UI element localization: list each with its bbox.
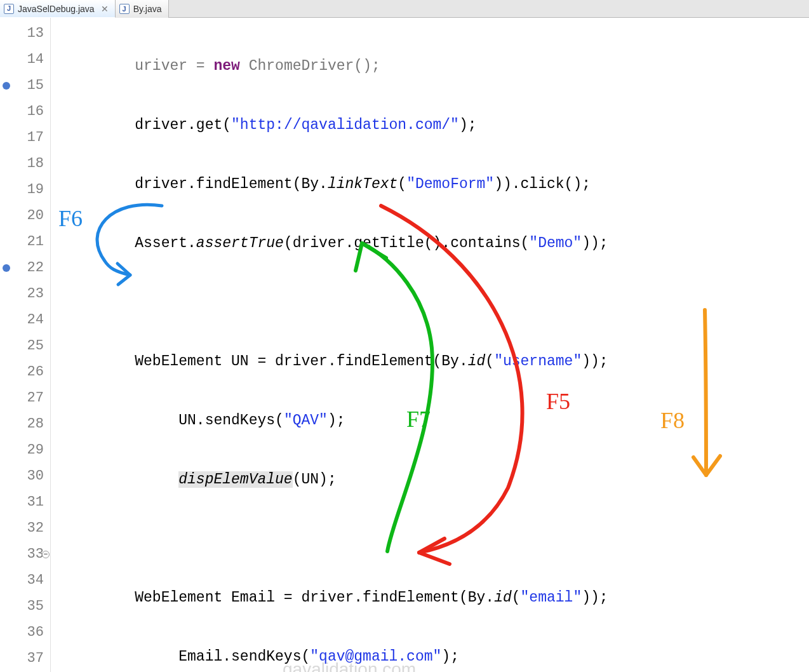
breakpoint-icon[interactable]: [3, 82, 10, 90]
fold-toggle-icon[interactable]: −: [42, 551, 50, 558]
code-line-23: Email.sendKeys("qav@gmail.com");: [51, 644, 809, 670]
close-icon[interactable]: ✕: [101, 4, 109, 13]
gutter-line-14[interactable]: 14: [0, 46, 50, 72]
code-line-22: WebElement Email = driver.findElement(By…: [51, 585, 809, 611]
gutter-line-23[interactable]: 23: [0, 281, 50, 307]
gutter-line-13[interactable]: 13: [0, 20, 50, 46]
tab-bar: J JavaSelDebug.java ✕ J By.java: [0, 0, 809, 18]
gutter-line-24[interactable]: 24: [0, 307, 50, 333]
tab-by-java[interactable]: J By.java: [116, 0, 169, 18]
gutter-line-15[interactable]: 15: [0, 72, 50, 98]
gutter-line-25[interactable]: 25: [0, 333, 50, 359]
gutter-line-30[interactable]: 30: [0, 463, 50, 489]
gutter-line-32[interactable]: 32: [0, 515, 50, 541]
gutter-line-21[interactable]: 21: [0, 229, 50, 255]
code-column[interactable]: uriver = new ChromeDriver(); driver.get(…: [51, 18, 809, 672]
gutter-line-36[interactable]: 36: [0, 619, 50, 645]
breakpoint-icon[interactable]: [3, 264, 10, 272]
code-line-20: dispElemValue(UN);: [51, 467, 809, 493]
code-line-19: UN.sendKeys("QAV");: [51, 408, 809, 434]
code-editor[interactable]: 1314151617181920212223242526272829303132…: [0, 18, 809, 672]
code-line-16: Assert.assertTrue(driver.getTitle().cont…: [51, 231, 809, 257]
gutter-line-34[interactable]: 34: [0, 567, 50, 593]
gutter-line-35[interactable]: 35: [0, 593, 50, 619]
java-file-icon: J: [4, 4, 14, 14]
gutter-line-22[interactable]: 22: [0, 255, 50, 281]
code-line-13: uriver = new ChromeDriver();: [51, 53, 809, 79]
gutter-line-28[interactable]: 28: [0, 411, 50, 437]
code-line-17: [51, 290, 809, 316]
gutter-line-16[interactable]: 16: [0, 98, 50, 124]
gutter-line-27[interactable]: 27: [0, 385, 50, 411]
tab-label: JavaSelDebug.java: [18, 4, 95, 14]
code-line-15: driver.findElement(By.linkText("DemoForm…: [51, 171, 809, 198]
gutter-line-17[interactable]: 17: [0, 124, 50, 151]
gutter-line-33[interactable]: 33−: [0, 541, 50, 567]
java-file-icon: J: [119, 4, 130, 14]
gutter-line-26[interactable]: 26: [0, 359, 50, 385]
tab-javaseldebug[interactable]: J JavaSelDebug.java ✕: [0, 0, 116, 18]
gutter-line-18[interactable]: 18: [0, 151, 50, 177]
gutter-line-29[interactable]: 29: [0, 437, 50, 463]
code-line-18: WebElement UN = driver.findElement(By.id…: [51, 349, 809, 375]
gutter-line-19[interactable]: 19: [0, 177, 50, 203]
gutter-line-31[interactable]: 31: [0, 489, 50, 515]
tab-label: By.java: [133, 4, 162, 14]
gutter-line-37[interactable]: 37: [0, 645, 50, 671]
code-line-14: driver.get("http://qavalidation.com/");: [51, 112, 809, 138]
line-number-gutter: 1314151617181920212223242526272829303132…: [0, 18, 51, 672]
code-line-21: [51, 526, 809, 552]
gutter-line-20[interactable]: 20: [0, 203, 50, 229]
